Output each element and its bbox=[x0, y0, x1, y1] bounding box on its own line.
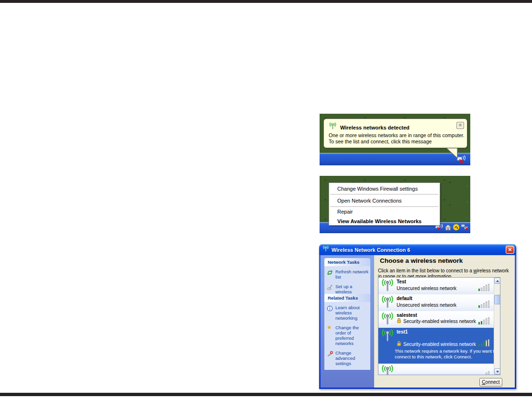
scroll-up-button[interactable] bbox=[494, 278, 500, 284]
lock-icon bbox=[397, 318, 401, 324]
wireless-antenna-icon bbox=[381, 312, 394, 328]
balloon-tail bbox=[445, 147, 458, 159]
info-icon bbox=[327, 305, 333, 313]
security-status: Unsecured wireless network bbox=[397, 286, 456, 291]
signal-bars bbox=[478, 339, 489, 346]
wireless-network-list: Test Unsecured wireless network default bbox=[378, 277, 500, 375]
network-name: salestest bbox=[397, 313, 417, 318]
menu-item-change-firewall[interactable]: Change Windows Firewall settings bbox=[329, 183, 440, 194]
signal-bars bbox=[478, 317, 489, 324]
task-change-advanced-settings[interactable]: Change advanced settings bbox=[327, 350, 369, 366]
wireless-antenna-icon bbox=[381, 279, 394, 294]
security-alert-tray-icon[interactable] bbox=[453, 224, 460, 233]
balloon-title: Wireless networks detected bbox=[340, 125, 410, 130]
home-tray-icon[interactable] bbox=[444, 224, 452, 233]
network-description: This network requires a network key. If … bbox=[395, 348, 494, 359]
network-name: default bbox=[397, 296, 412, 301]
close-button[interactable]: ✕ bbox=[506, 246, 514, 254]
related-tasks-panel: Related Tasks Learn about wireless netwo… bbox=[324, 294, 370, 370]
wireless-antenna-icon bbox=[381, 329, 394, 345]
screenshot-balloon-notification: Wireless networks detected ✕ One or more… bbox=[320, 114, 470, 165]
panel-title: Related Tasks bbox=[324, 294, 370, 302]
menu-item-open-network-connections[interactable]: Open Network Connections bbox=[329, 194, 440, 206]
network-name: test1 bbox=[397, 329, 408, 334]
menu-item-repair[interactable]: Repair bbox=[329, 207, 440, 216]
screenshot-tray-context-menu: Change Windows Firewall settings Open Ne… bbox=[320, 176, 470, 233]
connect-button[interactable]: Connect bbox=[479, 378, 502, 387]
network-row-salestest[interactable]: salestest Security-enabled wireless netw… bbox=[378, 311, 494, 328]
signal-bars-partial bbox=[486, 371, 489, 375]
wireless-notification-balloon[interactable]: Wireless networks detected ✕ One or more… bbox=[323, 119, 467, 148]
security-status: Unsecured wireless network bbox=[397, 302, 456, 308]
network-row-default[interactable]: default Unsecured wireless network bbox=[378, 294, 494, 311]
network-name: Test bbox=[397, 279, 406, 284]
network-row-test1[interactable]: test1 Security-enabled wireless network … bbox=[378, 328, 494, 364]
network-disconnected-tray-icon[interactable] bbox=[461, 224, 469, 233]
star-icon: ★ bbox=[327, 325, 333, 330]
refresh-icon bbox=[327, 269, 333, 278]
balloon-line-2: To see the list and connect, click this … bbox=[329, 139, 465, 145]
wireless-antenna-icon bbox=[381, 365, 394, 375]
setup-network-icon bbox=[327, 284, 333, 292]
security-status: Security-enabled wireless network bbox=[403, 342, 476, 347]
balloon-line-1: One or more wireless networks are in ran… bbox=[329, 132, 465, 139]
task-change-preferred-order[interactable]: ★ Change the order of preferred networks bbox=[327, 325, 369, 346]
signal-bars bbox=[478, 284, 489, 291]
network-row-test[interactable]: Test Unsecured wireless network bbox=[378, 278, 494, 294]
context-menu: Change Windows Firewall settings Open Ne… bbox=[329, 183, 440, 226]
page-top-border bbox=[0, 0, 532, 3]
wireless-network-dialog: Wireless Network Connection 6 ✕ Network … bbox=[319, 244, 516, 389]
task-refresh-network-list[interactable]: Refresh network list bbox=[327, 269, 369, 280]
signal-bars bbox=[478, 301, 489, 308]
wireless-antenna-icon bbox=[329, 122, 337, 132]
lock-icon bbox=[397, 341, 401, 347]
close-icon[interactable]: ✕ bbox=[456, 122, 464, 129]
wireless-antenna-icon bbox=[381, 295, 394, 311]
menu-item-view-wireless-networks[interactable]: View Available Wireless Networks bbox=[329, 216, 440, 226]
page-title: Choose a wireless network bbox=[380, 257, 463, 264]
dialog-title: Wireless Network Connection 6 bbox=[332, 247, 506, 253]
page-bottom-border bbox=[0, 393, 532, 396]
network-row-partial[interactable] bbox=[378, 364, 494, 375]
scroll-down-button[interactable] bbox=[494, 368, 500, 375]
task-sidebar: Network Tasks Refresh network list bbox=[321, 255, 374, 388]
dialog-body: Network Tasks Refresh network list bbox=[321, 255, 515, 388]
advanced-settings-icon bbox=[327, 350, 333, 359]
panel-title: Network Tasks bbox=[324, 258, 370, 266]
list-scrollbar[interactable] bbox=[494, 278, 500, 375]
scroll-thumb[interactable] bbox=[494, 295, 500, 304]
task-learn-about-wireless[interactable]: Learn about wireless networking bbox=[327, 305, 369, 321]
wireless-antenna-icon bbox=[322, 246, 329, 254]
security-status: Security-enabled wireless network bbox=[403, 319, 476, 324]
network-chooser-pane: Choose a wireless network Click an item … bbox=[374, 255, 515, 388]
dialog-titlebar[interactable]: Wireless Network Connection 6 ✕ bbox=[319, 244, 516, 255]
balloon-body: One or more wireless networks are in ran… bbox=[329, 132, 465, 145]
